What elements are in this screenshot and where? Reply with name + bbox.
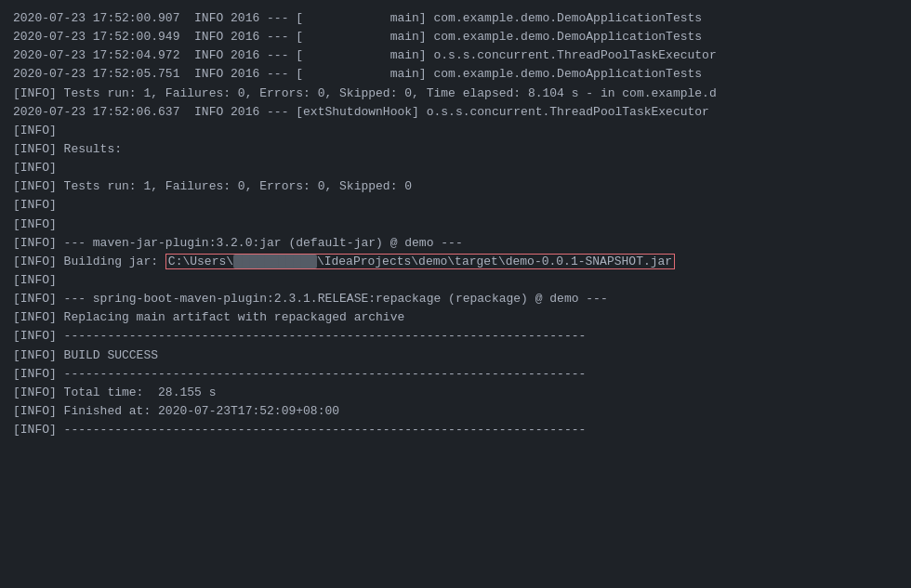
log-line: [INFO]: [13, 122, 898, 140]
log-line: 2020-07-23 17:52:06.637 INFO 2016 --- [e…: [13, 103, 898, 122]
log-line: [INFO]: [13, 216, 898, 234]
log-line: 2020-07-23 17:52:00.949 INFO 2016 --- [ …: [13, 28, 898, 46]
log-line: [INFO] ---------------------------------…: [13, 365, 898, 384]
log-line: [INFO] ---------------------------------…: [13, 421, 898, 439]
log-line: 2020-07-23 17:52:04.972 INFO 2016 --- [ …: [13, 46, 898, 65]
log-line: [INFO]: [13, 271, 898, 290]
jar-path-highlight: C:\Users\██ ████████\IdeaProjects\demo\t…: [165, 254, 675, 269]
log-line: 2020-07-23 17:52:00.907 INFO 2016 --- [ …: [13, 9, 898, 28]
log-line: [INFO]: [13, 196, 898, 215]
log-line: [INFO] Finished at: 2020-07-23T17:52:09+…: [13, 402, 898, 421]
log-line: [INFO] ---------------------------------…: [13, 327, 898, 346]
log-line: [INFO] --- maven-jar-plugin:3.2.0:jar (d…: [13, 234, 898, 253]
log-line-building-jar: [INFO] Building jar: C:\Users\██ ███████…: [13, 253, 898, 271]
redacted-username: ██ ████████: [233, 255, 317, 268]
log-line: [INFO] Tests run: 1, Failures: 0, Errors…: [13, 177, 898, 196]
log-line: [INFO]: [13, 159, 898, 177]
log-line-build-success: [INFO] BUILD SUCCESS: [13, 346, 898, 365]
log-line: [INFO] Results:: [13, 140, 898, 159]
terminal-output: 2020-07-23 17:52:00.907 INFO 2016 --- [ …: [0, 0, 911, 588]
log-line: [INFO] --- spring-boot-maven-plugin:2.3.…: [13, 290, 898, 308]
log-line: [INFO] Total time: 28.155 s: [13, 384, 898, 402]
log-line: [INFO] Replacing main artifact with repa…: [13, 308, 898, 327]
log-line: 2020-07-23 17:52:05.751 INFO 2016 --- [ …: [13, 65, 898, 84]
log-line: [INFO] Tests run: 1, Failures: 0, Errors…: [13, 85, 898, 103]
